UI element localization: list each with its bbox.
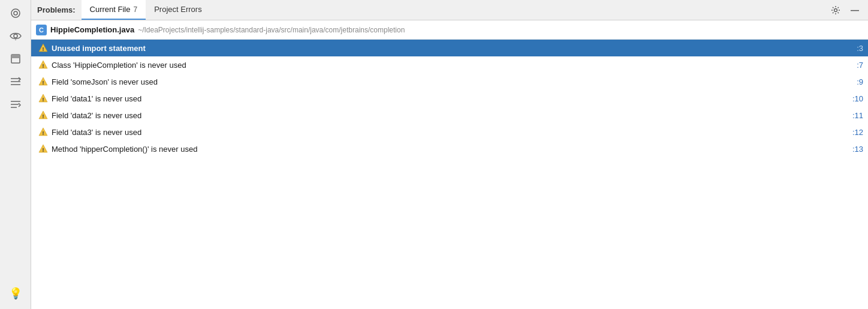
- problem-item[interactable]: ! Field 'data2' is never used :11: [31, 107, 868, 124]
- line-number: :3: [857, 44, 863, 53]
- problem-item[interactable]: ! Class 'HippieCompletion' is never used…: [31, 56, 868, 73]
- svg-text:!: !: [43, 46, 44, 52]
- tab-bar-actions: —: [827, 0, 868, 20]
- sort-all-icon[interactable]: [5, 71, 26, 92]
- file-path: ~/IdeaProjects/intellij-samples/standard…: [138, 26, 405, 34]
- problem-text: Unused import statement: [52, 44, 853, 53]
- svg-point-2: [14, 34, 17, 38]
- line-number: :12: [852, 128, 863, 137]
- file-name: HippieCompletion.java: [50, 25, 134, 34]
- tab-current-file[interactable]: Current File 7: [82, 0, 146, 20]
- svg-text:!: !: [43, 130, 44, 136]
- svg-point-1: [14, 11, 17, 15]
- line-number: :13: [852, 145, 863, 154]
- file-type-icon: C: [36, 25, 47, 35]
- warning-icon: !: [38, 94, 48, 103]
- tab-project-errors-label: Project Errors: [154, 5, 201, 14]
- line-number: :9: [857, 77, 863, 86]
- line-number: :11: [852, 111, 863, 120]
- eye-ring-icon[interactable]: [5, 2, 26, 24]
- warning-icon: !: [38, 110, 48, 120]
- problem-item[interactable]: ! Unused import statement :3: [31, 40, 868, 56]
- minimize-button[interactable]: —: [846, 2, 863, 19]
- line-number: :7: [857, 61, 863, 70]
- svg-rect-5: [11, 55, 20, 58]
- svg-text:!: !: [43, 63, 44, 69]
- problems-list: ! Unused import statement :3 ! Class 'Hi…: [31, 40, 868, 309]
- panel-icon[interactable]: [5, 48, 26, 70]
- problem-item[interactable]: ! Method 'hipperCompletion()' is never u…: [31, 140, 868, 157]
- warning-icon: !: [38, 43, 48, 53]
- tab-project-errors[interactable]: Project Errors: [146, 0, 210, 20]
- problem-item[interactable]: ! Field 'data1' is never used :10: [31, 90, 868, 107]
- settings-button[interactable]: [827, 2, 844, 19]
- warning-icon: !: [38, 60, 48, 70]
- tab-current-file-label: Current File: [90, 5, 131, 14]
- main-panel: Problems: Current File 7 Project Errors …: [31, 0, 868, 309]
- svg-text:!: !: [43, 97, 44, 103]
- problem-text: Method 'hipperCompletion()' is never use…: [52, 145, 849, 154]
- sidebar: 💡: [0, 0, 31, 309]
- problem-item[interactable]: ! Field 'data3' is never used :12: [31, 124, 868, 140]
- svg-text:!: !: [43, 113, 44, 119]
- svg-point-0: [11, 9, 20, 17]
- problem-text: Field 'data2' is never used: [52, 111, 849, 120]
- file-path-row: C HippieCompletion.java ~/IdeaProjects/i…: [31, 20, 868, 40]
- svg-text:!: !: [43, 147, 44, 153]
- bulb-icon[interactable]: 💡: [5, 283, 26, 304]
- eye-icon[interactable]: [5, 25, 26, 47]
- svg-text:!: !: [43, 80, 44, 86]
- tab-bar: Problems: Current File 7 Project Errors …: [31, 0, 868, 20]
- minimize-icon: —: [851, 5, 859, 15]
- problem-text: Field 'data3' is never used: [52, 128, 849, 137]
- tab-current-file-badge: 7: [134, 5, 138, 14]
- problem-item[interactable]: ! Field 'someJson' is never used :9: [31, 73, 868, 90]
- line-number: :10: [852, 94, 863, 103]
- sort-down-icon[interactable]: [5, 94, 26, 115]
- problem-text: Field 'data1' is never used: [52, 94, 849, 103]
- warning-icon: !: [38, 77, 48, 86]
- svg-point-12: [834, 8, 837, 11]
- warning-icon: !: [38, 144, 48, 154]
- problem-text: Field 'someJson' is never used: [52, 77, 853, 86]
- warning-icon: !: [38, 127, 48, 137]
- problems-label: Problems:: [35, 0, 82, 20]
- problem-text: Class 'HippieCompletion' is never used: [52, 61, 853, 70]
